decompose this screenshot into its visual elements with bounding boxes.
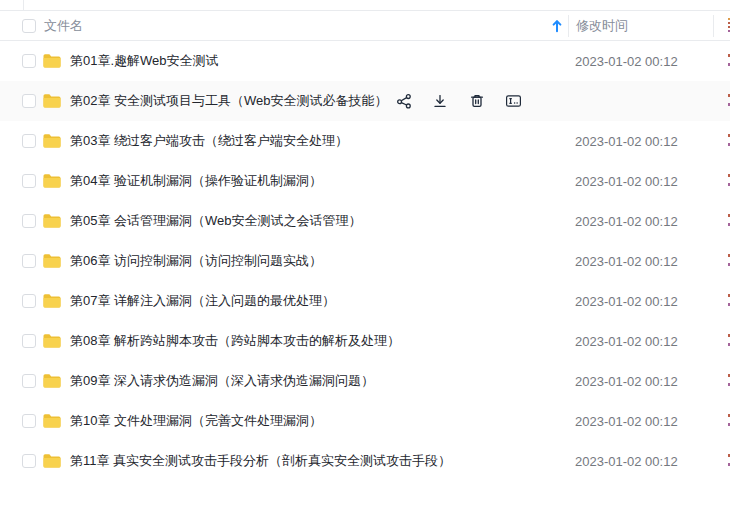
column-divider — [568, 15, 569, 37]
rename-icon — [505, 93, 522, 109]
row-checkbox[interactable] — [22, 254, 36, 268]
folder-icon — [42, 173, 62, 189]
row-checkbox[interactable] — [22, 334, 36, 348]
file-name-link[interactable]: 第01章.趣解Web安全测试 — [70, 52, 219, 70]
folder-icon — [42, 133, 62, 149]
column-header-filename[interactable]: 文件名 — [44, 17, 83, 35]
file-name-link[interactable]: 第10章 文件处理漏洞（完善文件处理漏洞） — [70, 412, 322, 430]
download-icon — [432, 93, 448, 109]
folder-icon — [42, 213, 62, 229]
table-row[interactable]: 第06章 访问控制漏洞（访问控制问题实战） 2023-01-02 00:12 — [0, 241, 730, 281]
file-name-link[interactable]: 第04章 验证机制漏洞（操作验证机制漏洞） — [70, 172, 322, 190]
toolbar-divider — [23, 0, 24, 10]
table-row[interactable]: 第01章.趣解Web安全测试 2023-01-02 00:12 — [0, 41, 730, 81]
modified-time: 2023-01-02 00:12 — [575, 54, 678, 69]
toolbar-clipped-strip — [0, 0, 730, 10]
row-checkbox[interactable] — [22, 374, 36, 388]
file-name-link[interactable]: 第06章 访问控制漏洞（访问控制问题实战） — [70, 252, 322, 270]
table-row[interactable]: 第09章 深入请求伪造漏洞（深入请求伪造漏洞问题） 2023-01-02 00:… — [0, 361, 730, 401]
delete-button[interactable] — [469, 93, 485, 109]
table-row[interactable]: 第03章 绕过客户端攻击（绕过客户端安全处理） 2023-01-02 00:12 — [0, 121, 730, 161]
modified-time: 2023-01-02 00:12 — [575, 334, 678, 349]
modified-time: 2023-01-02 00:12 — [575, 214, 678, 229]
modified-time: 2023-01-02 00:12 — [575, 254, 678, 269]
delete-icon — [469, 93, 485, 109]
folder-icon — [42, 333, 62, 349]
folder-icon — [42, 253, 62, 269]
row-checkbox[interactable] — [22, 454, 36, 468]
row-actions — [396, 81, 522, 121]
download-button[interactable] — [432, 93, 448, 109]
row-checkbox[interactable] — [22, 214, 36, 228]
modified-time: 2023-01-02 00:12 — [575, 294, 678, 309]
modified-time: 2023-01-02 00:12 — [575, 374, 678, 389]
modified-time: 2023-01-02 00:12 — [575, 414, 678, 429]
modified-time: 2023-01-02 00:12 — [575, 174, 678, 189]
file-manager: 文件名 修改时间 第01章.趣解Web安全测试 2023-01-02 00:12 — [0, 0, 730, 508]
modified-time: 2023-01-02 00:12 — [575, 134, 678, 149]
row-checkbox[interactable] — [22, 54, 36, 68]
table-row[interactable]: 第04章 验证机制漏洞（操作验证机制漏洞） 2023-01-02 00:12 — [0, 161, 730, 201]
table-row[interactable]: 第10章 文件处理漏洞（完善文件处理漏洞） 2023-01-02 00:12 — [0, 401, 730, 441]
folder-icon — [42, 93, 62, 109]
table-row[interactable]: 第11章 真实安全测试攻击手段分析（剖析真实安全测试攻击手段） 2023-01-… — [0, 441, 730, 481]
folder-icon — [42, 293, 62, 309]
row-checkbox[interactable] — [22, 134, 36, 148]
row-checkbox[interactable] — [22, 174, 36, 188]
folder-icon — [42, 453, 62, 469]
folder-icon — [42, 373, 62, 389]
sort-ascending-icon[interactable] — [551, 19, 563, 33]
file-name-link[interactable]: 第03章 绕过客户端攻击（绕过客户端安全处理） — [70, 132, 348, 150]
share-button[interactable] — [396, 93, 412, 109]
file-name-link[interactable]: 第08章 解析跨站脚本攻击（跨站脚本攻击的解析及处理） — [70, 332, 400, 350]
rename-button[interactable] — [505, 93, 522, 109]
row-checkbox[interactable] — [22, 94, 36, 108]
table-header: 文件名 修改时间 — [0, 10, 730, 41]
select-all-checkbox[interactable] — [22, 19, 36, 33]
file-name-link[interactable]: 第02章 安全测试项目与工具（Web安全测试必备技能） — [70, 92, 388, 110]
folder-icon — [42, 53, 62, 69]
file-name-link[interactable]: 第05章 会话管理漏洞（Web安全测试之会话管理） — [70, 212, 362, 230]
table-row[interactable]: 第02章 安全测试项目与工具（Web安全测试必备技能） — [0, 81, 730, 121]
folder-icon — [42, 413, 62, 429]
table-row[interactable]: 第05章 会话管理漏洞（Web安全测试之会话管理） 2023-01-02 00:… — [0, 201, 730, 241]
file-name-link[interactable]: 第09章 深入请求伪造漏洞（深入请求伪造漏洞问题） — [70, 372, 374, 390]
table-row[interactable]: 第07章 详解注入漏洞（注入问题的最优处理） 2023-01-02 00:12 — [0, 281, 730, 321]
row-checkbox[interactable] — [22, 414, 36, 428]
share-icon — [396, 93, 412, 109]
file-name-link[interactable]: 第07章 详解注入漏洞（注入问题的最优处理） — [70, 292, 335, 310]
row-checkbox[interactable] — [22, 294, 36, 308]
column-divider — [713, 15, 714, 37]
column-header-modified[interactable]: 修改时间 — [576, 17, 628, 35]
table-row[interactable]: 第08章 解析跨站脚本攻击（跨站脚本攻击的解析及处理） 2023-01-02 0… — [0, 321, 730, 361]
file-list: 第01章.趣解Web安全测试 2023-01-02 00:12 第02章 安全测… — [0, 41, 730, 481]
file-name-link[interactable]: 第11章 真实安全测试攻击手段分析（剖析真实安全测试攻击手段） — [70, 452, 451, 470]
modified-time: 2023-01-02 00:12 — [575, 454, 678, 469]
